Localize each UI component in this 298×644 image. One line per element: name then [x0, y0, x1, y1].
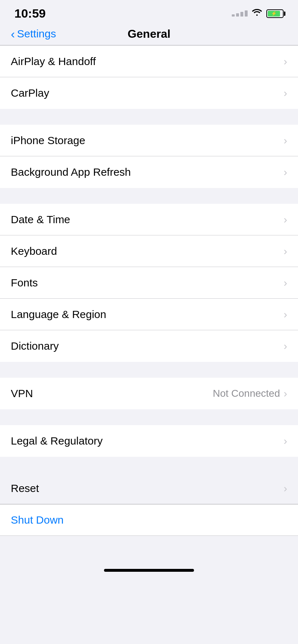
- section-vpn: VPN Not Connected ›: [0, 378, 298, 409]
- airplay-handoff-label: AirPlay & Handoff: [11, 55, 96, 68]
- battery-icon: ⚡: [266, 9, 284, 18]
- vpn-label: VPN: [11, 387, 33, 400]
- iphone-storage-right: ›: [284, 135, 287, 146]
- section-system: Date & Time › Keyboard › Fonts › Languag…: [0, 204, 298, 362]
- date-time-right: ›: [284, 214, 287, 225]
- keyboard-label: Keyboard: [11, 245, 57, 257]
- vpn-status: Not Connected: [213, 388, 280, 399]
- section-storage: iPhone Storage › Background App Refresh …: [0, 125, 298, 188]
- back-chevron-icon: ‹: [11, 28, 15, 40]
- fonts-right: ›: [284, 277, 287, 288]
- back-label: Settings: [17, 28, 56, 40]
- menu-item-legal-regulatory[interactable]: Legal & Regulatory ›: [0, 425, 298, 457]
- chevron-right-icon: ›: [284, 88, 287, 98]
- menu-item-shutdown[interactable]: Shut Down: [0, 504, 298, 536]
- section-reset: Reset ›: [0, 473, 298, 504]
- menu-item-date-time[interactable]: Date & Time ›: [0, 204, 298, 235]
- background-app-refresh-right: ›: [284, 167, 287, 178]
- charging-bolt: ⚡: [271, 11, 277, 16]
- section-legal: Legal & Regulatory ›: [0, 425, 298, 457]
- chevron-right-icon: ›: [284, 135, 287, 146]
- menu-item-iphone-storage[interactable]: iPhone Storage ›: [0, 125, 298, 156]
- home-indicator: [104, 569, 194, 572]
- menu-item-keyboard[interactable]: Keyboard ›: [0, 235, 298, 267]
- menu-item-vpn[interactable]: VPN Not Connected ›: [0, 378, 298, 409]
- page-title: General: [127, 27, 170, 41]
- signal-icon: [232, 10, 248, 17]
- fonts-label: Fonts: [11, 277, 38, 289]
- iphone-storage-label: iPhone Storage: [11, 134, 85, 147]
- back-button[interactable]: ‹ Settings: [11, 28, 56, 40]
- menu-item-reset[interactable]: Reset ›: [0, 473, 298, 504]
- chevron-right-icon: ›: [284, 341, 287, 351]
- reset-right: ›: [284, 483, 287, 494]
- chevron-right-icon: ›: [284, 483, 287, 494]
- chevron-right-icon: ›: [284, 214, 287, 225]
- dictionary-label: Dictionary: [11, 340, 59, 352]
- date-time-label: Date & Time: [11, 213, 70, 226]
- menu-item-airplay-handoff[interactable]: AirPlay & Handoff ›: [0, 46, 298, 77]
- chevron-right-icon: ›: [284, 56, 287, 67]
- wifi-icon: [251, 8, 263, 19]
- chevron-right-icon: ›: [284, 246, 287, 257]
- chevron-right-icon: ›: [284, 436, 287, 446]
- bottom-area: [0, 536, 298, 579]
- section-connectivity: AirPlay & Handoff › CarPlay ›: [0, 45, 298, 109]
- menu-item-dictionary[interactable]: Dictionary ›: [0, 330, 298, 362]
- vpn-right: Not Connected ›: [213, 388, 287, 399]
- legal-regulatory-label: Legal & Regulatory: [11, 435, 103, 447]
- divider-3: [0, 362, 298, 378]
- menu-item-background-app-refresh[interactable]: Background App Refresh ›: [0, 156, 298, 188]
- legal-regulatory-right: ›: [284, 436, 287, 446]
- background-app-refresh-label: Background App Refresh: [11, 166, 131, 178]
- shutdown-label: Shut Down: [11, 514, 64, 526]
- menu-item-language-region[interactable]: Language & Region ›: [0, 299, 298, 330]
- divider-2: [0, 188, 298, 204]
- reset-label: Reset: [11, 482, 39, 494]
- chevron-right-icon: ›: [284, 388, 287, 399]
- divider-1: [0, 109, 298, 125]
- dictionary-right: ›: [284, 341, 287, 351]
- carplay-label: CarPlay: [11, 87, 49, 99]
- carplay-right: ›: [284, 88, 287, 98]
- status-bar: 10:59 ⚡: [0, 0, 298, 24]
- menu-item-carplay[interactable]: CarPlay ›: [0, 77, 298, 109]
- menu-item-fonts[interactable]: Fonts ›: [0, 267, 298, 299]
- status-time: 10:59: [14, 6, 46, 20]
- airplay-handoff-right: ›: [284, 56, 287, 67]
- nav-bar: ‹ Settings General: [0, 24, 298, 45]
- keyboard-right: ›: [284, 246, 287, 257]
- divider-4: [0, 409, 298, 425]
- language-region-right: ›: [284, 309, 287, 320]
- status-icons: ⚡: [232, 8, 284, 19]
- chevron-right-icon: ›: [284, 167, 287, 178]
- chevron-right-icon: ›: [284, 309, 287, 320]
- divider-5: [0, 457, 298, 473]
- language-region-label: Language & Region: [11, 308, 106, 321]
- chevron-right-icon: ›: [284, 277, 287, 288]
